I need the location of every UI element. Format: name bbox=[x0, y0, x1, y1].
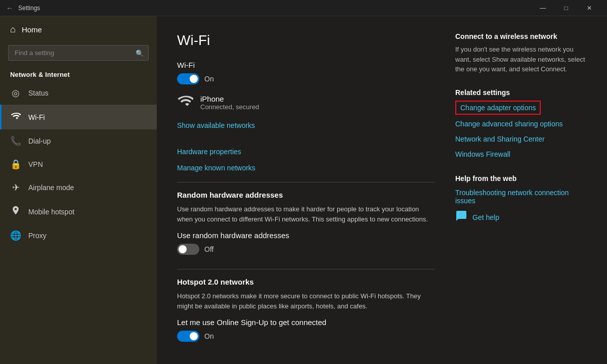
connect-title: Connect to a wireless network bbox=[455, 32, 587, 40]
home-nav-item[interactable]: ⌂ Home bbox=[0, 16, 157, 43]
vpn-icon: 🔒 bbox=[10, 159, 21, 170]
sidebar-item-label: VPN bbox=[28, 160, 43, 168]
toggle-knob-3 bbox=[190, 332, 198, 340]
content-sidebar: Connect to a wireless network If you don… bbox=[455, 32, 587, 348]
hotspot-toggle[interactable] bbox=[177, 331, 199, 342]
random-hw-toggle-row: Off bbox=[177, 244, 435, 255]
network-info: iPhone Connected, secured bbox=[200, 95, 259, 111]
network-status: Connected, secured bbox=[200, 103, 259, 111]
hotspot-heading: Hotspot 2.0 networks bbox=[177, 278, 435, 286]
wifi-toggle-section: Wi-Fi On iPhone Conn bbox=[177, 61, 435, 131]
help-section: Help from the web Troubleshooting networ… bbox=[455, 174, 587, 225]
maximize-button[interactable]: □ bbox=[554, 0, 578, 16]
sidebar-item-label: Dial-up bbox=[28, 137, 51, 145]
toggle-knob-2 bbox=[179, 245, 187, 253]
get-help-link[interactable]: Get help bbox=[472, 211, 499, 223]
sidebar-item-dialup[interactable]: 📞 Dial-up bbox=[0, 129, 157, 153]
wifi-toggle-label: On bbox=[204, 75, 214, 83]
random-hw-body: Use random hardware addresses to make it… bbox=[177, 204, 435, 224]
sidebar-item-wifi[interactable]: Wi-Fi bbox=[0, 105, 157, 129]
search-input[interactable] bbox=[8, 45, 149, 61]
page-title: Wi-Fi bbox=[177, 32, 435, 49]
help-icon bbox=[455, 210, 467, 225]
dialup-icon: 📞 bbox=[10, 135, 21, 147]
window-controls: — □ ✕ bbox=[531, 0, 601, 16]
sidebar-item-proxy[interactable]: 🌐 Proxy bbox=[0, 224, 157, 247]
sidebar: ⌂ Home 🔍 Network & Internet ◎ Status Wi-… bbox=[0, 16, 157, 364]
search-icon: 🔍 bbox=[136, 49, 144, 57]
advanced-sharing-link[interactable]: Change advanced sharing options bbox=[455, 118, 563, 130]
minimize-button[interactable]: — bbox=[531, 0, 554, 16]
troubleshoot-link[interactable]: Troubleshooting network connection issue… bbox=[455, 187, 587, 207]
sidebar-item-label: Mobile hotspot bbox=[28, 208, 74, 216]
status-icon: ◎ bbox=[10, 87, 21, 99]
random-hw-heading: Random hardware addresses bbox=[177, 191, 435, 199]
show-networks-link[interactable]: Show available networks bbox=[177, 119, 255, 131]
sidebar-item-label: Wi-Fi bbox=[28, 113, 45, 121]
random-hw-section: Random hardware addresses Use random har… bbox=[177, 191, 435, 255]
hotspot-section: Hotspot 2.0 networks Hotspot 2.0 network… bbox=[177, 278, 435, 342]
sharing-center-link[interactable]: Network and Sharing Center bbox=[455, 133, 545, 145]
back-button[interactable]: ← bbox=[6, 4, 13, 12]
airplane-icon: ✈ bbox=[10, 182, 21, 193]
connect-section: Connect to a wireless network If you don… bbox=[455, 32, 587, 74]
sidebar-item-label: Airplane mode bbox=[28, 184, 74, 192]
home-label: Home bbox=[22, 25, 42, 34]
network-item: iPhone Connected, secured bbox=[177, 93, 435, 112]
proxy-icon: 🌐 bbox=[10, 230, 21, 241]
content-main: Wi-Fi Wi-Fi On bbox=[177, 32, 435, 348]
sidebar-item-label: Status bbox=[28, 89, 49, 97]
sidebar-item-airplane[interactable]: ✈ Airplane mode bbox=[0, 176, 157, 199]
sidebar-item-label: Proxy bbox=[28, 232, 47, 240]
wifi-toggle-row: On bbox=[177, 73, 435, 84]
titlebar: ← Settings — □ ✕ bbox=[0, 0, 607, 16]
app-body: ⌂ Home 🔍 Network & Internet ◎ Status Wi-… bbox=[0, 16, 607, 364]
wifi-section-label: Wi-Fi bbox=[177, 61, 435, 69]
adapter-options-link[interactable]: Change adapter options bbox=[455, 101, 541, 115]
hotspot-signup-label: Let me use Online Sign-Up to get connect… bbox=[177, 318, 435, 327]
help-title: Help from the web bbox=[455, 174, 587, 183]
random-hw-toggle-label: Use random hardware addresses bbox=[177, 231, 435, 240]
app-title: Settings bbox=[18, 5, 531, 12]
manage-networks-link[interactable]: Manage known networks bbox=[177, 162, 255, 174]
hotspot-body: Hotspot 2.0 networks make it more secure… bbox=[177, 291, 435, 311]
toggle-knob bbox=[190, 75, 198, 83]
sidebar-section-title: Network & Internet bbox=[0, 67, 157, 81]
search-container: 🔍 bbox=[8, 45, 149, 61]
connect-desc: If you don't see the wireless network yo… bbox=[455, 44, 587, 74]
hardware-properties-link[interactable]: Hardware properties bbox=[177, 146, 241, 158]
divider-2 bbox=[177, 269, 435, 269]
sidebar-item-vpn[interactable]: 🔒 VPN bbox=[0, 153, 157, 176]
get-help-row: Get help bbox=[455, 210, 587, 225]
hotspot-toggle-row: On bbox=[177, 331, 435, 342]
main-content: Wi-Fi Wi-Fi On bbox=[157, 16, 607, 364]
network-name: iPhone bbox=[200, 95, 259, 103]
close-button[interactable]: ✕ bbox=[578, 0, 601, 16]
wifi-signal-icon bbox=[177, 93, 193, 112]
firewall-link[interactable]: Windows Firewall bbox=[455, 148, 510, 160]
sidebar-item-status[interactable]: ◎ Status bbox=[0, 81, 157, 105]
divider-1 bbox=[177, 182, 435, 183]
wifi-icon bbox=[10, 111, 21, 123]
related-settings-section: Related settings Change adapter options … bbox=[455, 88, 587, 160]
home-icon: ⌂ bbox=[10, 24, 16, 35]
wifi-toggle[interactable] bbox=[177, 73, 199, 84]
related-settings-title: Related settings bbox=[455, 88, 587, 97]
hotspot-icon bbox=[10, 205, 21, 218]
random-hw-state-label: Off bbox=[204, 245, 213, 253]
sidebar-item-hotspot[interactable]: Mobile hotspot bbox=[0, 199, 157, 224]
random-hw-toggle[interactable] bbox=[177, 244, 199, 255]
hotspot-state-label: On bbox=[204, 332, 214, 340]
